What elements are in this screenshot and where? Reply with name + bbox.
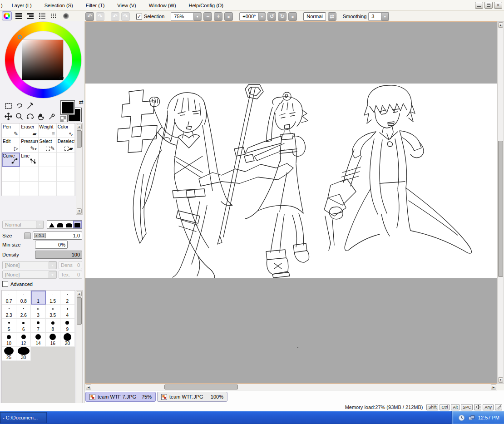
- document-tab-1[interactable]: team WTF 7.JPG75%: [85, 392, 156, 402]
- scroll-up-icon[interactable]: ▲: [498, 22, 503, 28]
- shift-key-button[interactable]: Shift: [426, 404, 438, 410]
- brush-size-2.6[interactable]: 2.6: [16, 305, 31, 319]
- any-key-button[interactable]: Any: [483, 404, 494, 410]
- smoothing-dropdown-arrow[interactable]: ▼: [381, 13, 389, 20]
- brush-texture-slot1-combo[interactable]: [None] ▼: [2, 261, 57, 269]
- brush-size-1[interactable]: 1: [31, 291, 45, 305]
- color-mode-color-wheel[interactable]: [2, 11, 12, 20]
- tool-line[interactable]: Line: [20, 153, 38, 167]
- brush-shape-sharp[interactable]: [47, 221, 56, 228]
- brush-size-12[interactable]: 12: [16, 333, 31, 347]
- menu-item-help-config[interactable]: Help/Config (O): [183, 0, 230, 11]
- brush-size-0.7[interactable]: 0.7: [2, 291, 16, 305]
- brush-blend-mode-combo[interactable]: Normal ▼: [2, 221, 44, 229]
- brush-size-9[interactable]: 9: [60, 319, 75, 333]
- selection-redo-button[interactable]: ↷: [121, 12, 130, 21]
- scroll-down-icon[interactable]: ▼: [77, 208, 82, 214]
- tray-network-icon[interactable]: [468, 414, 475, 421]
- tool-weight[interactable]: Weight≡: [39, 123, 57, 138]
- hand-tool[interactable]: [35, 111, 46, 122]
- redo-button[interactable]: ↷: [96, 12, 104, 21]
- move-tool[interactable]: [3, 111, 14, 122]
- magic-wand-tool[interactable]: [25, 101, 35, 111]
- tool-select[interactable]: Select✎: [39, 138, 57, 153]
- slot1-density-box[interactable]: Dens 0: [59, 261, 82, 269]
- tool-curve[interactable]: Curve: [2, 153, 20, 167]
- zoom-combo[interactable]: 75% ▼: [171, 12, 202, 21]
- menu-item-filter[interactable]: Filter (T): [79, 0, 111, 11]
- vertical-scrollbar[interactable]: ▲ ▼: [497, 21, 504, 384]
- scroll-up-icon[interactable]: ▲: [77, 124, 82, 129]
- brush-size-16[interactable]: 16: [46, 333, 60, 347]
- scroll-down-icon[interactable]: ▼: [498, 377, 503, 383]
- tool-pen[interactable]: Pen✎: [2, 123, 20, 138]
- spc-key-button[interactable]: SPC: [461, 404, 473, 410]
- selection-undo-button[interactable]: ↶: [111, 12, 119, 21]
- brush-size-4[interactable]: 4: [60, 305, 75, 319]
- brush-size-2[interactable]: 2: [60, 291, 75, 305]
- zoom-in-button[interactable]: +: [214, 12, 222, 21]
- saturation-value-marker[interactable]: [59, 76, 64, 80]
- zoom-tool[interactable]: [14, 111, 25, 122]
- tool-slot-empty[interactable]: [20, 167, 38, 182]
- tool-grid-scroll-thumb[interactable]: [77, 130, 82, 148]
- brush-texture-slot2-combo[interactable]: [None] ▼: [2, 271, 57, 279]
- slot2-texture-box[interactable]: Tex. 0: [59, 271, 82, 279]
- brush-size-0.8[interactable]: 0.8: [16, 291, 31, 305]
- tool-slot-empty-1[interactable]: [35, 101, 46, 111]
- undo-button[interactable]: ↶: [85, 12, 94, 21]
- brush-size-20[interactable]: 20: [60, 333, 75, 347]
- transparency-swatch[interactable]: [60, 116, 66, 122]
- rotate-reset-button[interactable]: [288, 12, 297, 21]
- brush-size-10[interactable]: 10: [2, 333, 16, 347]
- menu-item-layer[interactable]: Layer (L): [5, 0, 38, 11]
- menu-item-selection[interactable]: Selection (S): [38, 0, 79, 11]
- color-wheel[interactable]: [5, 22, 81, 98]
- tool-edit[interactable]: Edit▷: [2, 138, 20, 153]
- maximize-button[interactable]: [484, 2, 493, 9]
- zoom-reset-button[interactable]: [224, 12, 233, 21]
- color-mode-swatches[interactable]: [49, 11, 59, 20]
- flip-view-button[interactable]: ⇄: [328, 12, 336, 21]
- smoothing-combo[interactable]: 3 ▼: [368, 12, 389, 21]
- scroll-up-icon[interactable]: ▲: [77, 291, 82, 296]
- pan-modifier-button[interactable]: [474, 404, 481, 410]
- color-mode-hsv-sliders[interactable]: [25, 11, 35, 20]
- scroll-left-icon[interactable]: ◀: [86, 385, 91, 389]
- density-slider[interactable]: 100: [35, 251, 82, 259]
- color-mode-color-mixer[interactable]: [61, 11, 71, 20]
- menu-item-view[interactable]: View (V): [111, 0, 142, 11]
- tool-slot-empty[interactable]: [20, 182, 38, 196]
- min-size-field[interactable]: 0%: [35, 241, 68, 249]
- brush-size-8[interactable]: 8: [46, 319, 60, 333]
- foreground-color-swatch[interactable]: [61, 101, 74, 114]
- tool-color[interactable]: Color∿: [57, 123, 75, 138]
- hue-marker[interactable]: [18, 35, 22, 39]
- brush-size-3[interactable]: 3: [31, 305, 45, 319]
- brush-size-5[interactable]: 5: [2, 319, 16, 333]
- slot2-dropdown-arrow[interactable]: ▼: [49, 271, 56, 279]
- document-tab-2[interactable]: team WTF.JPG100%: [157, 392, 227, 402]
- brush-size-14[interactable]: 14: [31, 333, 45, 347]
- advanced-checkbox[interactable]: ✓: [2, 281, 8, 287]
- minimize-button[interactable]: [475, 2, 483, 9]
- pen-modifier-button[interactable]: [495, 404, 502, 410]
- tool-slot-empty[interactable]: [57, 153, 75, 167]
- brush-size-25[interactable]: 25: [2, 347, 16, 361]
- brush-size-1.5[interactable]: 1.5: [46, 291, 60, 305]
- size-grid-scrollbar[interactable]: ▲ ▼: [76, 290, 83, 411]
- size-unit-button[interactable]: [24, 232, 31, 239]
- tool-slot-empty[interactable]: [2, 167, 20, 182]
- rect-select-tool[interactable]: [3, 101, 14, 111]
- menu-item-partial[interactable]: ): [0, 0, 5, 11]
- brush-size-2.3[interactable]: 2.3: [2, 305, 16, 319]
- rotate-canvas-tool[interactable]: [25, 111, 35, 122]
- alt-key-button[interactable]: Alt: [451, 404, 460, 410]
- taskbar-task-button[interactable]: - C:\Documen...: [0, 412, 47, 423]
- brush-size-3.5[interactable]: 3.5: [46, 305, 60, 319]
- tool-eraser[interactable]: Eraser▰: [20, 123, 38, 138]
- size-field[interactable]: x 0.1 1.0: [33, 232, 82, 240]
- rotate-cw-button[interactable]: ↻: [278, 12, 287, 21]
- tool-slot-empty-2[interactable]: [46, 101, 57, 111]
- brush-size-7[interactable]: 7: [31, 319, 45, 333]
